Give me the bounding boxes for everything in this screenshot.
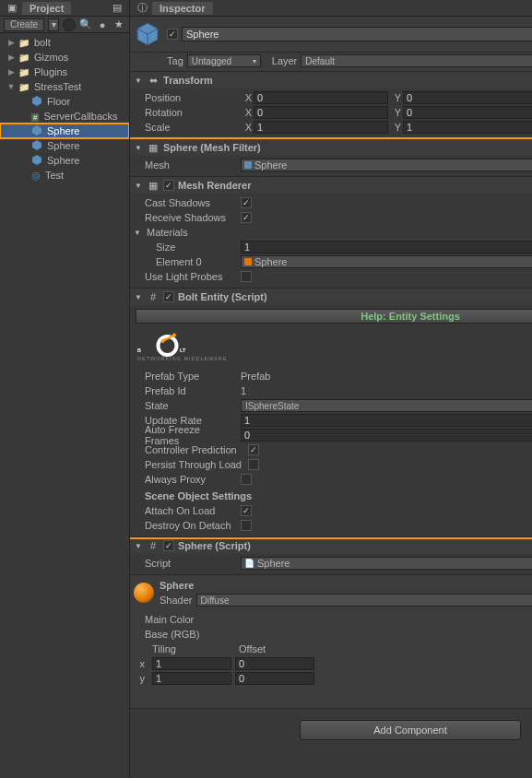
mesh-renderer-header[interactable]: ▼ ▦ Mesh Renderer ?⚙ [130, 177, 532, 194]
element0-field[interactable]: Sphere⊙ [241, 255, 532, 268]
state-dropdown[interactable]: ISphereState [241, 399, 532, 412]
x-label: x [134, 658, 148, 669]
tree-item-gizmos[interactable]: ▶Gizmos [0, 50, 129, 65]
inspector-body: Static ▾ Tag Untagged Layer Default ▼ ⬌ … [130, 17, 532, 778]
tree-item-plugins[interactable]: ▶Plugins [0, 65, 129, 79]
position-y[interactable] [403, 91, 532, 104]
cast-shadows-checkbox[interactable] [241, 197, 252, 208]
tree-item-floor[interactable]: Floor [0, 94, 129, 109]
scale-x[interactable] [254, 121, 388, 134]
bolt-entity-enabled[interactable] [163, 291, 174, 302]
auto-freeze-input[interactable] [241, 429, 532, 442]
create-dropdown[interactable]: ▾ [48, 18, 59, 31]
filter-star-icon[interactable]: ★ [112, 18, 125, 31]
create-button[interactable]: Create [4, 18, 44, 31]
transform-title: Transform [163, 75, 532, 86]
foldout-icon[interactable]: ▼ [134, 542, 143, 550]
panel-menu-icon[interactable]: ▤ [111, 2, 124, 15]
svg-point-9 [172, 334, 176, 337]
destroy-label: Destroy On Detach [134, 520, 237, 531]
offset-y[interactable] [235, 672, 314, 685]
foldout-icon[interactable]: ▼ [134, 144, 143, 152]
prefab-cube-icon [134, 20, 161, 48]
tag-dropdown[interactable]: Untagged [187, 54, 261, 67]
foldout-arrow-icon[interactable]: ▶ [6, 38, 17, 47]
tree-item-label: bolt [34, 37, 51, 48]
gameobject-active-checkbox[interactable] [167, 29, 178, 40]
always-proxy-checkbox[interactable] [241, 474, 252, 485]
tree-item-label: Plugins [34, 66, 67, 77]
materials-foldout[interactable]: ▼ [134, 229, 143, 237]
sphere-script-header[interactable]: ▼ # Sphere (Script) ?⚙ [130, 537, 532, 554]
bolt-entity-header[interactable]: ▼ # Bolt Entity (Script) ?⚙ [130, 289, 532, 305]
mesh-filter-header[interactable]: ▼ ▦ Sphere (Mesh Filter) ?⚙ [130, 139, 532, 156]
mesh-field[interactable]: Sphere⊙ [241, 159, 532, 171]
state-label: State [134, 400, 237, 411]
material-header: Sphere ?⚙ Shader Diffuse Edit... [130, 575, 532, 610]
project-tab[interactable]: Project [22, 2, 71, 15]
tree-item-sphere[interactable]: Sphere [0, 124, 129, 138]
persist-checkbox[interactable] [248, 459, 259, 470]
svg-marker-0 [32, 96, 41, 106]
tree-item-servercallbacks[interactable]: ServerCallbacks [0, 109, 129, 124]
help-entity-settings-button[interactable]: Help: Entity Settings [136, 309, 532, 324]
size-label: Size [134, 242, 237, 253]
main-color-label: Main Color [134, 614, 237, 625]
receive-shadows-checkbox[interactable] [241, 212, 252, 223]
offset-x[interactable] [235, 657, 314, 670]
scale-y[interactable] [403, 121, 532, 134]
rotation-x[interactable] [254, 106, 388, 119]
project-search[interactable] [63, 18, 76, 31]
tree-item-label: Gizmos [34, 52, 68, 63]
materials-label: Materials [147, 227, 188, 238]
controller-pred-checkbox[interactable] [248, 444, 259, 455]
shader-label: Shader [160, 595, 192, 606]
foldout-arrow-icon[interactable]: ▶ [6, 53, 17, 62]
light-probes-checkbox[interactable] [241, 271, 252, 282]
inspector-tab-bar: ⓘ Inspector 🔒 ▤ [130, 0, 532, 17]
filter-type-icon[interactable]: ● [96, 18, 109, 31]
shader-dropdown[interactable]: Diffuse [196, 594, 533, 607]
foldout-icon[interactable]: ▼ [134, 77, 143, 85]
layer-dropdown[interactable]: Default [301, 54, 532, 67]
foldout-icon[interactable]: ▼ [134, 182, 143, 190]
sphere-script-title: Sphere (Script) [178, 540, 532, 551]
tree-item-test[interactable]: ◎Test [0, 168, 129, 183]
tree-item-sphere[interactable]: Sphere [0, 153, 129, 168]
tree-item-sphere[interactable]: Sphere [0, 138, 129, 153]
add-component-button[interactable]: Add Component [300, 720, 521, 740]
rotation-y[interactable] [403, 106, 532, 119]
attach-checkbox[interactable] [241, 505, 252, 516]
light-probes-label: Use Light Probes [134, 271, 237, 282]
gameobject-name-input[interactable] [182, 27, 532, 41]
tree-item-stresstest[interactable]: ▼StressTest [0, 79, 129, 94]
material-asset-icon [244, 258, 252, 265]
mesh-renderer-enabled[interactable] [163, 180, 174, 191]
project-panel: ▣ Project ▤ Create ▾ 🔍 ● ★ ▶bolt▶Gizmos▶… [0, 0, 130, 778]
attach-label: Attach On Load [134, 505, 237, 516]
scene-settings-label: Scene Object Settings [134, 487, 532, 503]
materials-size[interactable] [241, 241, 532, 253]
foldout-arrow-icon[interactable]: ▼ [6, 82, 17, 91]
mesh-renderer-component: ▼ ▦ Mesh Renderer ?⚙ Cast Shadows Receiv… [130, 177, 532, 289]
tree-item-bolt[interactable]: ▶bolt [0, 35, 129, 50]
tiling-y[interactable] [152, 672, 231, 685]
destroy-checkbox[interactable] [241, 520, 252, 531]
renderer-icon: ▦ [147, 179, 160, 192]
foldout-arrow-icon[interactable]: ▶ [6, 67, 17, 77]
sphere-script-enabled[interactable] [163, 540, 174, 551]
tiling-x[interactable] [152, 657, 231, 670]
script-field[interactable]: 📄Sphere⊙ [241, 557, 532, 570]
sphere-script-component: ▼ # Sphere (Script) ?⚙ Script 📄Sphere⊙ [130, 537, 532, 575]
foldout-icon[interactable]: ▼ [134, 293, 143, 301]
scale-label: Scale [134, 122, 237, 133]
position-x[interactable] [254, 91, 388, 104]
script-asset-icon: 📄 [244, 559, 254, 568]
tree-item-label: Test [45, 170, 64, 181]
x-label: X [241, 92, 252, 103]
transform-header[interactable]: ▼ ⬌ Transform ?⚙ [130, 72, 532, 88]
search-filter-icon[interactable]: 🔍 [79, 18, 92, 31]
update-rate-input[interactable] [241, 414, 532, 427]
script-label: Script [134, 558, 237, 569]
inspector-tab[interactable]: Inspector [152, 2, 213, 15]
